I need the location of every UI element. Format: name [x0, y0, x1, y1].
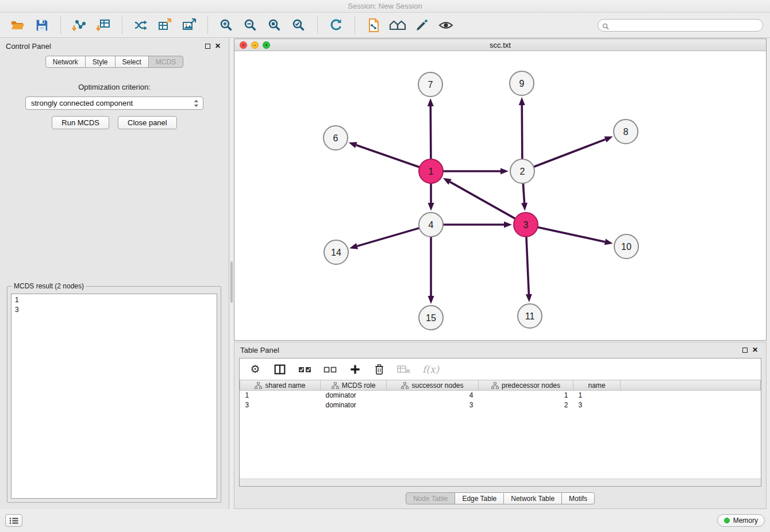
table-header-row: shared name MCDS role successor nodes pr… [240, 380, 761, 391]
toolbar-separator [355, 17, 355, 34]
tab-mcds[interactable]: MCDS [148, 56, 183, 68]
deselect-all-icon[interactable] [324, 363, 337, 376]
network-graph[interactable]: 7968124314101511 [234, 51, 766, 340]
show-hide-graphics-icon[interactable] [435, 15, 457, 36]
table-cell[interactable]: 2 [479, 400, 573, 410]
table-row[interactable]: 3dominator323 [240, 400, 761, 410]
tab-style[interactable]: Style [85, 56, 116, 68]
graph-edge-arrow [428, 296, 434, 304]
mcds-result-line: 1 [15, 295, 213, 305]
close-panel-icon[interactable] [750, 345, 760, 354]
open-session-icon[interactable] [7, 15, 29, 36]
graph-node-label: 15 [426, 313, 436, 323]
float-panel-icon[interactable] [740, 345, 750, 354]
zoom-in-icon[interactable] [215, 15, 237, 36]
tab-node-table[interactable]: Node Table [406, 492, 456, 504]
table-cell-filler [621, 400, 761, 410]
function-builder-icon: f(x) [422, 363, 439, 376]
minimize-window-icon[interactable] [251, 41, 259, 49]
delete-column-icon[interactable] [373, 363, 386, 376]
table-panel-header: Table Panel [234, 342, 766, 357]
table-cell[interactable]: 1 [573, 391, 621, 400]
clone-network-icon[interactable] [130, 15, 152, 36]
export-image-icon[interactable] [178, 15, 200, 36]
toolbar-separator [122, 17, 122, 34]
toolbar-search [598, 19, 763, 32]
memory-status-icon [724, 518, 730, 523]
graph-edge[interactable] [523, 183, 524, 203]
export-table-icon[interactable] [154, 15, 176, 36]
graph-edge[interactable] [534, 140, 606, 167]
float-panel-icon[interactable] [202, 41, 213, 51]
table-horizontal-scrollbar[interactable] [240, 479, 761, 486]
tab-select[interactable]: Select [115, 56, 149, 68]
graph-node-label: 11 [525, 311, 535, 321]
column-header-shared-name[interactable]: shared name [240, 380, 321, 391]
graph-node-label: 7 [428, 80, 433, 90]
close-window-icon[interactable] [240, 41, 247, 49]
graph-edge-arrow [504, 222, 512, 228]
status-list-icon[interactable] [5, 514, 22, 527]
panel-splitter-handle[interactable] [230, 261, 233, 303]
fx-label: f(x) [422, 364, 439, 375]
graph-edge[interactable] [522, 105, 522, 159]
import-network-icon[interactable] [68, 15, 90, 36]
maximize-window-icon[interactable] [263, 41, 270, 49]
table-settings-icon[interactable]: ⚙ [249, 363, 261, 376]
table-cell[interactable]: 3 [240, 400, 321, 410]
toolbar-separator [60, 17, 61, 34]
run-mcds-button[interactable]: Run MCDS [52, 116, 109, 129]
table-cell-filler [621, 391, 761, 400]
column-header-predecessor-nodes[interactable]: predecessor nodes [479, 380, 573, 391]
table-cell[interactable]: 1 [479, 391, 573, 400]
optimization-criterion-select[interactable]: strongly connected component [25, 97, 203, 110]
network-view-window: scc.txt 7968124314101511 [234, 38, 767, 341]
zoom-selected-icon[interactable] [288, 15, 310, 36]
table-cell[interactable]: 4 [387, 391, 479, 400]
save-session-icon[interactable] [31, 15, 53, 36]
optimization-criterion-value: strongly connected component [31, 99, 133, 107]
tab-network-table[interactable]: Network Table [503, 492, 562, 504]
mcds-result-box[interactable]: 13 [11, 294, 217, 499]
network-canvas[interactable]: 7968124314101511 [234, 51, 766, 340]
graph-edge[interactable] [538, 227, 605, 241]
search-input[interactable] [598, 19, 763, 32]
zoom-out-icon[interactable] [240, 15, 261, 36]
table-row[interactable]: 1dominator411 [240, 391, 761, 400]
table-cell[interactable]: 3 [573, 400, 621, 410]
zoom-fit-icon[interactable] [264, 15, 286, 36]
table-cell[interactable]: 1 [240, 391, 321, 400]
mcds-result-line: 3 [15, 305, 213, 315]
main-toolbar [0, 13, 770, 38]
table-cell[interactable]: 3 [387, 400, 479, 410]
import-table-icon[interactable] [93, 15, 114, 36]
tab-edge-table[interactable]: Edge Table [455, 492, 504, 504]
column-header-mcds-role[interactable]: MCDS role [321, 380, 387, 391]
graph-edge[interactable] [357, 228, 419, 246]
tab-network[interactable]: Network [45, 56, 86, 68]
apply-layout-icon[interactable] [325, 15, 347, 36]
table-panel-tabs: Node Table Edge Table Network Table Moti… [234, 492, 766, 504]
apply-style-icon[interactable] [411, 15, 433, 36]
application-window: Session: New Session [0, 0, 770, 532]
new-network-from-selection-icon[interactable] [363, 15, 384, 36]
add-column-icon[interactable] [349, 363, 361, 376]
first-neighbors-icon[interactable] [387, 15, 409, 36]
node-table-body: 1dominator4113dominator323 [240, 391, 761, 410]
column-header-name[interactable]: name [573, 380, 621, 391]
mcds-result-title: MCDS result (2 nodes) [12, 282, 86, 290]
graph-edge[interactable] [356, 145, 419, 168]
graph-edge[interactable] [430, 106, 431, 159]
table-cell[interactable]: dominator [321, 400, 387, 410]
memory-button[interactable]: Memory [717, 514, 765, 527]
tab-motifs[interactable]: Motifs [561, 492, 595, 504]
table-cell[interactable]: dominator [321, 391, 387, 400]
graph-edge[interactable] [526, 237, 529, 294]
close-panel-icon[interactable] [213, 41, 223, 51]
graph-edge[interactable] [450, 182, 515, 219]
column-header-successor-nodes[interactable]: successor nodes [387, 380, 479, 391]
app-titlebar: Session: New Session [0, 0, 770, 13]
close-panel-button[interactable]: Close panel [118, 116, 177, 129]
select-all-icon[interactable] [298, 363, 312, 376]
show-columns-icon[interactable] [273, 363, 287, 376]
